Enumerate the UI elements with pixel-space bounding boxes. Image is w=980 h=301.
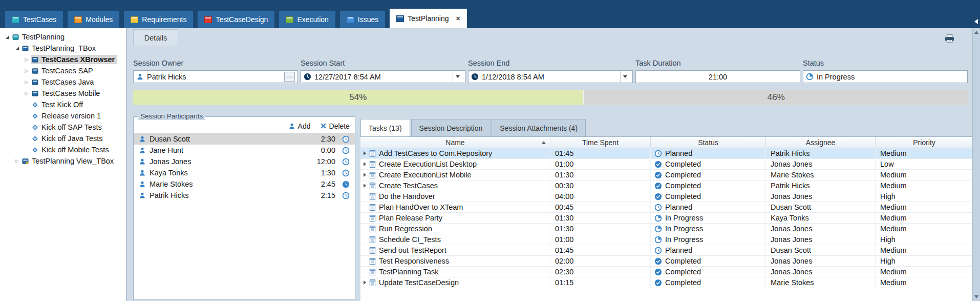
task-row[interactable]: Plan Release Party 01:30 In Progress Kay…: [360, 213, 973, 224]
vertical-scrollbar[interactable]: [972, 28, 980, 301]
participant-row[interactable]: Kaya Tonks 1:30: [134, 167, 355, 178]
task-row[interactable]: Run Regression 01:30 In Progress Jonas J…: [360, 224, 973, 234]
task-row[interactable]: Create ExecutionList Mobile 01:30 Comple…: [360, 170, 973, 180]
task-status: Completed: [665, 192, 701, 200]
tab-close-icon[interactable]: [456, 14, 460, 23]
tab-requirements[interactable]: Requirements: [124, 11, 193, 28]
task-row[interactable]: Create TestCases 00:30 Completed Patrik …: [360, 180, 973, 191]
tree-expander-icon[interactable]: [23, 68, 31, 73]
tree-item-testplanning[interactable]: TestPlanning: [0, 31, 126, 43]
task-row[interactable]: Do the Handover 04:00 Completed Jonas Jo…: [360, 191, 973, 202]
column-header-priority[interactable]: Priority: [876, 137, 973, 148]
task-row[interactable]: Add TestCases to Com.Repository 01:45 Pl…: [360, 148, 973, 159]
session-end-label: Session End: [468, 59, 633, 67]
tab-testplanning[interactable]: TestPlanning: [390, 9, 466, 28]
participant-row[interactable]: Dusan Scott 2:30: [134, 133, 355, 145]
tab-label: TestPlanning: [408, 14, 449, 23]
tree-expander-icon[interactable]: [13, 158, 21, 164]
tree-item-testplanning-tbox[interactable]: TestPlanning_TBox: [0, 43, 126, 54]
column-header-time-spent[interactable]: Time Spent: [550, 137, 651, 148]
tree-item-testcases-sap[interactable]: TestCases SAP: [0, 65, 126, 76]
tab-icon: [347, 16, 354, 23]
participant-row[interactable]: Patrik Hicks 2:15: [134, 190, 355, 201]
session-owner-browse-button[interactable]: [284, 72, 295, 82]
tree-item-release-version-1[interactable]: Release version 1: [0, 110, 126, 122]
tree-item-label: TestPlanning_TBox: [32, 44, 96, 52]
tab-issues[interactable]: Issues: [340, 11, 385, 28]
chevron-down-icon[interactable]: [620, 71, 630, 83]
tab-session-description[interactable]: Session Description: [411, 119, 491, 136]
participant-name: Kaya Tonks: [150, 169, 188, 177]
participant-clock-icon: [342, 169, 350, 177]
task-row[interactable]: Send out TestReport 01:45 Planned Dusan …: [360, 245, 973, 256]
tab-execution[interactable]: Execution: [279, 11, 335, 28]
tree-item-testcases-java[interactable]: TestCases Java: [0, 76, 126, 88]
task-duration-input[interactable]: 21:00: [635, 70, 800, 83]
task-row[interactable]: Schedule CI_Tests 01:00 In Progress Jona…: [360, 234, 973, 245]
tree-item-testplanning-view-tbox[interactable]: TestPlanning View_TBox: [0, 155, 126, 167]
task-row[interactable]: Test Responsiveness 02:00 Completed Jona…: [360, 256, 973, 267]
column-header-name[interactable]: Name: [360, 137, 550, 148]
tree-expander-icon[interactable]: [13, 47, 21, 50]
task-status: Completed: [665, 278, 701, 287]
scroll-down-icon[interactable]: [974, 295, 978, 298]
tab-scroll-left-icon[interactable]: [974, 19, 978, 24]
task-time-spent: 01:00: [550, 234, 651, 245]
column-header-assignee[interactable]: Assignee: [766, 137, 876, 148]
tree-item-kick-off-sap-tests[interactable]: Kick off SAP Tests: [0, 122, 126, 133]
tree-item-label: Kick off SAP Tests: [41, 123, 102, 131]
task-document-icon: [369, 193, 376, 200]
tree-expander-icon[interactable]: [23, 79, 31, 85]
column-header-status[interactable]: Status: [651, 137, 766, 148]
task-duration-value: 21:00: [709, 73, 727, 81]
tree-expander-icon[interactable]: [23, 57, 31, 62]
tree-expander-icon[interactable]: [3, 35, 11, 39]
task-row[interactable]: Update TestCaseDesign 01:15 Completed Ma…: [360, 277, 973, 288]
task-expander-icon[interactable]: [360, 151, 369, 155]
tab-modules[interactable]: Modules: [68, 11, 119, 28]
field-status: Status In Progress: [803, 59, 968, 83]
session-end-input[interactable]: 1/12/2018 8:54 AM: [468, 70, 633, 83]
task-status-icon: [654, 257, 662, 265]
task-row[interactable]: Plan HandOver to XTeam 00:45 Planned Dus…: [360, 202, 973, 213]
task-name: Plan HandOver to XTeam: [379, 203, 463, 211]
participant-clock-icon: [342, 192, 350, 199]
tree-item-kick-off-mobile-tests[interactable]: Kick off Mobile Tests: [0, 144, 126, 155]
task-expander-icon[interactable]: [360, 184, 369, 188]
add-participant-button[interactable]: Add: [288, 122, 311, 130]
task-status: In Progress: [665, 225, 703, 233]
tree-item-kick-off-java-tests[interactable]: Kick off Java Tests: [0, 133, 126, 144]
participant-row[interactable]: Jane Hunt 0:00: [134, 145, 355, 156]
tab-testcases[interactable]: TestCases: [5, 11, 63, 28]
participant-name: Jane Hunt: [150, 146, 183, 154]
participant-time: 12:00: [313, 157, 335, 166]
status-input[interactable]: In Progress: [803, 70, 968, 83]
participant-row[interactable]: Jonas Jones 12:00: [134, 156, 355, 167]
task-row[interactable]: TestPlanning Task 02:30 Completed Jonas …: [360, 267, 973, 277]
tree-item-testcases-xbrowser[interactable]: TestCases XBrowser: [0, 54, 126, 65]
session-owner-input[interactable]: Patrik Hicks: [133, 70, 298, 83]
tab-details[interactable]: Details: [133, 29, 178, 46]
delete-button-label: Delete: [329, 122, 350, 130]
task-expander-icon[interactable]: [360, 162, 369, 166]
task-time-spent: 02:00: [550, 256, 651, 266]
participant-clock-icon: [342, 147, 350, 154]
participant-row[interactable]: Marie Stokes 2:45: [134, 178, 355, 190]
tab-testcasedesign[interactable]: TestCaseDesign: [198, 11, 274, 28]
tree-item-testcases-mobile[interactable]: TestCases Mobile: [0, 88, 126, 99]
session-start-input[interactable]: 12/27/2017 8:54 AM: [301, 70, 465, 83]
print-icon[interactable]: [944, 34, 955, 44]
tab-session-attachments-4[interactable]: Session Attachments (4): [492, 119, 586, 136]
tree-item-test-kick-off[interactable]: Test Kick Off: [0, 99, 126, 110]
tab-tasks-13[interactable]: Tasks (13): [360, 119, 410, 136]
participants-title: Session Participants: [138, 112, 205, 120]
tree-expander-icon[interactable]: [23, 91, 31, 96]
delete-participant-button[interactable]: Delete: [320, 122, 350, 130]
progress-left-label: 54%: [349, 92, 367, 103]
scroll-up-icon[interactable]: [974, 31, 978, 34]
participant-clock-icon: [342, 158, 350, 166]
task-expander-icon[interactable]: [360, 280, 369, 285]
task-row[interactable]: Create ExecutionList Desktop 01:00 Compl…: [360, 159, 973, 170]
chevron-down-icon[interactable]: [453, 71, 462, 83]
task-expander-icon[interactable]: [360, 173, 369, 177]
